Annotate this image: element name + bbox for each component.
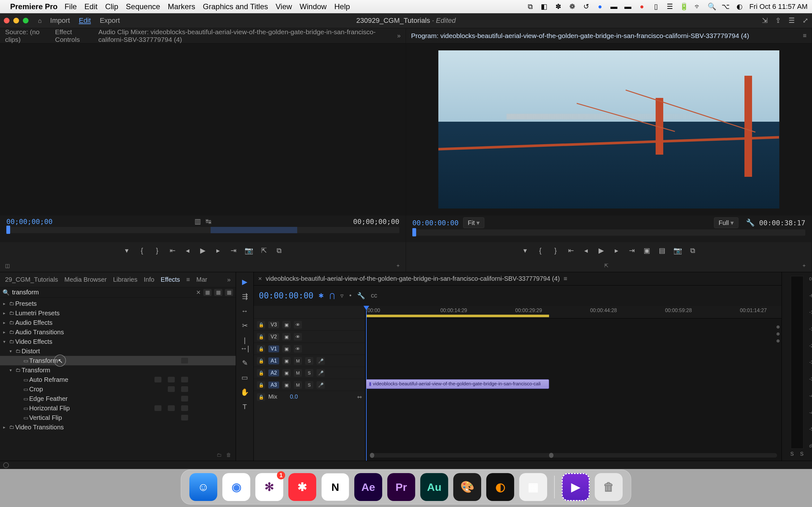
source-footer-icon-1[interactable]: ▥ bbox=[194, 217, 201, 226]
goto-out-icon[interactable]: ⇥ bbox=[229, 246, 238, 255]
disclosure-arrow-icon[interactable]: ▾ bbox=[3, 339, 8, 344]
dock-audition[interactable]: Au bbox=[420, 473, 448, 501]
workspace-import[interactable]: Import bbox=[50, 16, 70, 25]
dock-grid-app[interactable]: ▦ bbox=[519, 473, 547, 501]
voiceover-icon[interactable]: 🎤 bbox=[316, 369, 325, 377]
sequence-settings-icon[interactable]: • bbox=[349, 292, 351, 299]
prog-lift-icon[interactable]: ▣ bbox=[643, 246, 651, 255]
track-select-tool-icon[interactable]: ⇶ bbox=[240, 292, 250, 301]
linked-sel-icon[interactable]: ⋂ bbox=[329, 292, 335, 299]
toggle-output-icon[interactable]: ▣ bbox=[282, 357, 291, 365]
control-center-icon[interactable]: ⌥ bbox=[722, 3, 730, 11]
toggle-output-icon[interactable]: ▣ bbox=[282, 321, 291, 329]
track-header-mix[interactable]: 🔒 Mix 0.0 ⇿ bbox=[254, 391, 365, 403]
menubar-icon-10[interactable]: ▯ bbox=[652, 3, 660, 11]
menu-file[interactable]: File bbox=[64, 2, 77, 11]
program-quality-select[interactable]: Full bbox=[714, 217, 739, 228]
home-icon[interactable]: ⌂ bbox=[38, 17, 42, 24]
source-playhead[interactable] bbox=[6, 226, 10, 234]
solo-icon[interactable]: S bbox=[305, 381, 313, 389]
prog-compare-icon[interactable]: ⧉ bbox=[689, 246, 697, 255]
tab-source[interactable]: Source: (no clips) bbox=[5, 28, 47, 43]
dock-resolve[interactable]: ◐ bbox=[486, 473, 514, 501]
delete-icon[interactable]: 🗑 bbox=[226, 452, 231, 458]
step-fwd-icon[interactable]: ▸ bbox=[214, 246, 222, 255]
track-label-a1[interactable]: A1 bbox=[268, 357, 279, 364]
disclosure-arrow-icon[interactable]: ▸ bbox=[3, 330, 8, 335]
step-back-icon[interactable]: ◂ bbox=[184, 246, 192, 255]
caption-icon[interactable]: cc bbox=[371, 292, 377, 299]
effects-item-horizontal-flip[interactable]: ▭Horizontal Flip bbox=[0, 403, 236, 413]
dock-trash[interactable]: 🗑 bbox=[595, 473, 623, 501]
disclosure-arrow-icon[interactable]: ▾ bbox=[9, 368, 14, 373]
toggle-output-icon[interactable]: ▣ bbox=[282, 369, 291, 377]
program-settings-icon[interactable]: 🔧 bbox=[746, 219, 755, 227]
dock-premiere[interactable]: Pr bbox=[387, 473, 415, 501]
menubar-icon-2[interactable]: ◧ bbox=[540, 3, 548, 11]
effects-tree[interactable]: ▸🗀Presets▸🗀Lumetri Presets▸🗀Audio Effect… bbox=[0, 297, 236, 449]
share-icon[interactable]: ⇪ bbox=[775, 16, 781, 25]
track-header-v2[interactable]: 🔒 V2 ▣ 👁 bbox=[254, 331, 365, 343]
source-preview[interactable] bbox=[0, 43, 406, 216]
mute-icon[interactable]: M bbox=[294, 381, 302, 389]
timeline-ruler[interactable]: :00:00 00:00:14:29 00:00:29:29 00:00:44:… bbox=[365, 306, 781, 319]
effects-item-transform[interactable]: ▭Transform bbox=[0, 356, 236, 365]
track-header-a3[interactable]: 🔒 A3 ▣ M S 🎤 bbox=[254, 379, 365, 391]
dock-chrome[interactable]: ◉ bbox=[222, 473, 250, 501]
tab-program[interactable]: Program: videoblocks-beautiful-aerial-vi… bbox=[411, 32, 749, 40]
dock-figma[interactable]: 🎨 bbox=[453, 473, 481, 501]
filter-32bit-icon[interactable]: ▦ bbox=[203, 289, 212, 296]
effects-folder-video-effects[interactable]: ▾🗀Video Effects bbox=[0, 337, 236, 346]
effects-item-crop[interactable]: ▭Crop bbox=[0, 384, 236, 394]
effects-folder-audio-effects[interactable]: ▸🗀Audio Effects bbox=[0, 318, 236, 327]
tab-markers[interactable]: Mar bbox=[196, 276, 207, 283]
minimize-button[interactable] bbox=[13, 18, 19, 23]
tab-libraries[interactable]: Libraries bbox=[113, 276, 138, 283]
effects-item-auto-reframe[interactable]: ▭Auto Reframe bbox=[0, 375, 236, 384]
sequence-menu-icon[interactable]: ≡ bbox=[564, 275, 567, 282]
workspace-edit[interactable]: Edit bbox=[79, 16, 91, 25]
disclosure-arrow-icon[interactable]: ▸ bbox=[3, 425, 8, 430]
menubar-icon-8[interactable]: ▬ bbox=[624, 3, 632, 11]
solo-icon[interactable]: S bbox=[305, 369, 313, 377]
markers-icon[interactable]: ▿ bbox=[340, 292, 344, 299]
program-tc-current[interactable]: 00:00:00:00 bbox=[412, 219, 459, 227]
dock-app-red[interactable]: ✱ bbox=[288, 473, 316, 501]
timeline-zoom-bar[interactable] bbox=[370, 453, 777, 458]
prog-plus-icon[interactable]: ＋ bbox=[802, 262, 807, 269]
eye-icon[interactable]: 👁 bbox=[294, 321, 302, 329]
zoom-handle-left[interactable] bbox=[370, 453, 374, 458]
add-marker-icon[interactable]: ▾ bbox=[123, 246, 131, 255]
lock-icon[interactable]: 🔒 bbox=[257, 357, 265, 365]
effects-item-vertical-flip[interactable]: ▭Vertical Flip bbox=[0, 413, 236, 422]
source-footer-icon-2[interactable]: ↹ bbox=[206, 217, 211, 226]
source-scrub[interactable] bbox=[6, 227, 399, 233]
program-zoom-select[interactable]: Fit bbox=[463, 217, 485, 228]
wifi-icon[interactable]: ᯤ bbox=[694, 3, 702, 11]
menubar-datetime[interactable]: Fri Oct 6 11:57 AM bbox=[750, 3, 808, 11]
clear-search-icon[interactable]: ✕ bbox=[196, 289, 201, 296]
prog-play-icon[interactable]: ▶ bbox=[597, 246, 606, 255]
prog-goto-out-icon[interactable]: ⇥ bbox=[628, 246, 636, 255]
audio-meter[interactable]: 0-6-12-18-24-30-36-42-48-54dB bbox=[791, 276, 803, 449]
type-tool-icon[interactable]: T bbox=[240, 403, 250, 411]
work-area-bar[interactable] bbox=[366, 315, 549, 317]
pen-tool-icon[interactable]: ✎ bbox=[240, 359, 250, 367]
track-label-v1[interactable]: V1 bbox=[268, 345, 279, 352]
spotlight-icon[interactable]: 🔍 bbox=[708, 3, 716, 11]
quick-export-icon[interactable]: ⇲ bbox=[762, 16, 768, 25]
effects-tab-menu-icon[interactable]: ≡ bbox=[186, 276, 190, 283]
overwrite-icon[interactable]: ⇱ bbox=[260, 246, 268, 255]
tab-audio-mixer[interactable]: Audio Clip Mixer: videoblocks-beautiful-… bbox=[98, 28, 389, 43]
lock-icon[interactable]: 🔒 bbox=[257, 333, 265, 341]
disclosure-arrow-icon[interactable]: ▸ bbox=[3, 320, 8, 325]
effects-folder-presets[interactable]: ▸🗀Presets bbox=[0, 299, 236, 308]
selection-tool-icon[interactable]: ▶ bbox=[240, 278, 250, 286]
source-settings-icon[interactable]: ◫ bbox=[5, 263, 10, 269]
program-tab-menu-icon[interactable]: ≡ bbox=[803, 32, 807, 39]
zoom-handle-right[interactable] bbox=[549, 453, 554, 458]
track-header-v1[interactable]: 🔒 V1 ▣ 👁 bbox=[254, 343, 365, 354]
menubar-icon-4[interactable]: ❁ bbox=[568, 3, 576, 11]
close-sequence-icon[interactable]: × bbox=[258, 275, 262, 282]
track-label-v3[interactable]: V3 bbox=[268, 321, 279, 328]
